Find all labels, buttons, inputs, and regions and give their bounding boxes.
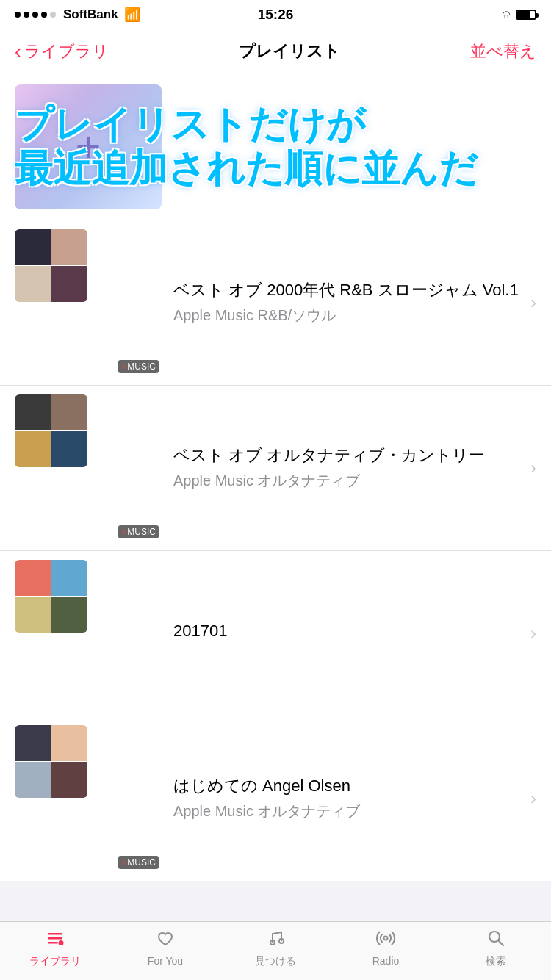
status-left: SoftBank 📶: [15, 7, 140, 23]
radio-icon: [375, 928, 396, 952]
status-right: ⍾: [503, 7, 536, 22]
banner-text-overlay: プレイリストだけが 最近追加された順に並んだ: [0, 73, 551, 220]
tab-radio-label: Radio: [372, 955, 400, 967]
battery-icon: [516, 10, 536, 20]
new-playlist-banner[interactable]: + プレイリストだけが 最近追加された順に並んだ: [0, 73, 551, 220]
playlist-thumbnail: ♪ MUSIC: [15, 725, 162, 872]
playlist-info: 201701: [173, 621, 519, 646]
tab-library[interactable]: ライブラリ: [0, 928, 110, 968]
tab-search[interactable]: 検索: [441, 928, 551, 968]
bluetooth-icon: ⍾: [503, 7, 510, 22]
tab-radio[interactable]: Radio: [331, 928, 441, 967]
content-area: + プレイリストだけが 最近追加された順に並んだ ♪ MUSIC: [0, 73, 551, 921]
carrier-label: SoftBank: [63, 7, 118, 22]
tab-library-label: ライブラリ: [29, 955, 81, 968]
tab-browse[interactable]: 見つける: [220, 928, 331, 968]
chevron-right-icon: ›: [530, 292, 536, 313]
nav-bar: ‹ ライブラリ プレイリスト 並べ替え: [0, 29, 551, 73]
svg-line-8: [499, 941, 504, 946]
apple-music-badge: ♪ MUSIC: [118, 856, 159, 869]
wifi-icon: 📶: [124, 7, 140, 23]
svg-rect-1: [48, 937, 62, 940]
banner-text: プレイリストだけが 最近追加された順に並んだ: [15, 103, 478, 191]
playlist-title: 201701: [173, 621, 519, 642]
signal-dots: [15, 12, 56, 18]
sort-button[interactable]: 並べ替え: [470, 40, 536, 62]
banner-line2: 最近追加された順に並んだ: [15, 147, 478, 190]
playlist-title: はじめての Angel Olsen: [173, 776, 519, 797]
playlist-title: ベスト オブ 2000年代 R&B スロージャム Vol.1: [173, 280, 519, 301]
playlist-title: ベスト オブ オルタナティブ・カントリー: [173, 445, 519, 466]
back-button[interactable]: ‹ ライブラリ: [15, 40, 109, 62]
apple-music-badge: ♪ MUSIC: [118, 525, 159, 538]
chevron-right-icon: ›: [530, 788, 536, 809]
svg-point-6: [384, 937, 388, 940]
playlist-thumbnail: ♪ MUSIC: [15, 394, 162, 541]
tab-browse-label: 見つける: [255, 955, 296, 968]
status-time: 15:26: [258, 7, 294, 23]
back-chevron-icon: ‹: [15, 42, 21, 61]
playlist-thumbnail: ♪ MUSIC: [15, 229, 162, 376]
tab-for-you[interactable]: For You: [110, 928, 220, 967]
page-title: プレイリスト: [239, 40, 340, 62]
music-note-icon: [265, 928, 286, 952]
chevron-right-icon: ›: [530, 458, 536, 478]
tab-for-you-label: For You: [148, 955, 183, 967]
svg-rect-2: [48, 942, 58, 944]
playlist-subtitle: Apple Music R&B/ソウル: [173, 306, 519, 325]
status-bar: SoftBank 📶 15:26 ⍾: [0, 0, 551, 29]
playlist-list: ♪ MUSIC ベスト オブ 2000年代 R&B スロージャム Vol.1 A…: [0, 220, 551, 881]
search-icon: [486, 928, 506, 952]
apple-music-badge: ♪ MUSIC: [118, 360, 159, 373]
tab-search-label: 検索: [486, 955, 506, 968]
playlist-thumbnail: [15, 560, 162, 707]
svg-rect-0: [48, 933, 62, 935]
playlist-subtitle: Apple Music オルタナティブ: [173, 801, 519, 821]
table-row[interactable]: 201701 ›: [0, 551, 551, 716]
playlist-info: ベスト オブ オルタナティブ・カントリー Apple Music オルタナティブ: [173, 445, 519, 491]
table-row[interactable]: ♪ MUSIC はじめての Angel Olsen Apple Music オル…: [0, 716, 551, 881]
playlist-info: ベスト オブ 2000年代 R&B スロージャム Vol.1 Apple Mus…: [173, 280, 519, 325]
chevron-right-icon: ›: [530, 623, 536, 644]
tab-bar: ライブラリ For You 見つける: [0, 921, 551, 980]
svg-point-3: [59, 940, 64, 945]
library-icon: [45, 928, 65, 952]
playlist-subtitle: Apple Music オルタナティブ: [173, 471, 519, 491]
heart-icon: [155, 928, 176, 952]
table-row[interactable]: ♪ MUSIC ベスト オブ 2000年代 R&B スロージャム Vol.1 A…: [0, 220, 551, 386]
banner-line1: プレイリストだけが: [15, 103, 365, 145]
back-label: ライブラリ: [24, 40, 109, 62]
playlist-info: はじめての Angel Olsen Apple Music オルタナティブ: [173, 776, 519, 821]
table-row[interactable]: ♪ MUSIC ベスト オブ オルタナティブ・カントリー Apple Music…: [0, 386, 551, 551]
